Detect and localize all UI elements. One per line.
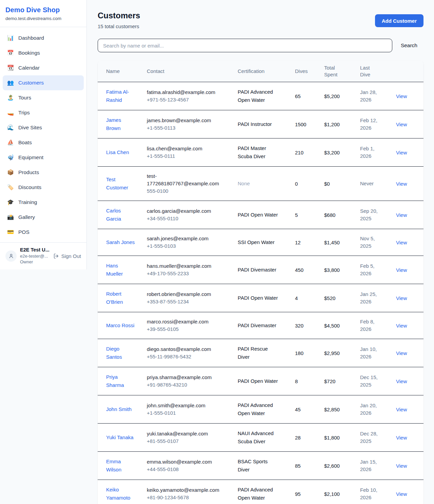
customer-certification: PADI Open Water [238,294,279,302]
customer-email: carlos.garcia@example.com [147,207,218,215]
customer-dives: 180 [295,339,324,367]
customer-name-link[interactable]: James Brown [106,116,136,132]
view-customer-link[interactable]: View [396,350,407,356]
sign-out-button[interactable]: Sign Out [53,253,81,259]
sidebar-item-gallery[interactable]: 📸 Gallery [3,210,84,225]
customer-name-link[interactable]: Diego Santos [106,345,136,361]
customer-dives: 12 [295,229,324,256]
sidebar-item-dashboard[interactable]: 📊 Dashboard [3,31,84,45]
column-header-certification: Certification [238,61,295,82]
customer-name-link[interactable]: Keiko Yamamoto [106,486,136,502]
sidebar-item-customers[interactable]: 👥 Customers [3,75,84,90]
view-customer-link[interactable]: View [396,212,407,218]
view-customer-link[interactable]: View [396,267,407,273]
customer-certification: PADI Instructor [238,120,279,128]
column-header-contact: Contact [147,61,238,82]
speedboat-icon: 🚤 [7,110,14,115]
view-customer-link[interactable]: View [396,240,407,245]
customer-dives: 320 [295,312,324,339]
camera-icon: 📸 [7,214,14,220]
customer-phone: +55-11-99876-5432 [147,353,235,360]
customer-last-dive: Dec 15, 2025 [360,374,381,389]
sidebar-item-label: Boats [18,139,32,146]
view-customer-link[interactable]: View [396,463,407,469]
customer-last-dive: Jan 10, 2026 [360,346,381,360]
customer-name-link[interactable]: Robert O'Brien [106,290,136,306]
add-customer-button[interactable]: Add Customer [375,14,423,27]
customer-total-spent: $1,800 [324,424,360,452]
customer-name-link[interactable]: Emma Wilson [106,458,136,474]
customer-certification: PADI Divemaster [238,321,279,330]
customer-last-dive: Jan 20, 2026 [360,402,381,417]
view-customer-link[interactable]: View [396,378,407,384]
customer-certification: PADI Advanced Open Water [238,88,279,104]
sign-out-label: Sign Out [61,253,81,259]
view-customer-link[interactable]: View [396,150,407,155]
customer-dives: 1500 [295,110,324,138]
customer-last-dive: Jan 28, 2026 [360,89,381,104]
view-customer-link[interactable]: View [396,323,407,329]
view-customer-link[interactable]: View [396,295,407,301]
view-customer-link[interactable]: View [396,122,407,127]
sidebar-item-equipment[interactable]: 🤿 Equipment [3,150,84,165]
sidebar-item-dive-sites[interactable]: 🌊 Dive Sites [3,120,84,135]
sidebar-item-products[interactable]: 📦 Products [3,165,84,180]
customer-count: 15 total customers [98,23,140,29]
sidebar-item-tours[interactable]: 🏝️ Tours [3,90,84,105]
table-row: Hans Mueller hans.mueller@example.com +4… [98,256,423,284]
table-row: Diego Santos diego.santos@example.com +5… [98,339,423,367]
customer-last-dive: Jan 15, 2026 [360,458,381,473]
table-row: Lisa Chen lisa.chen@example.com +1-555-0… [98,138,423,167]
customer-last-dive: Sep 20, 2025 [360,207,381,222]
sidebar-item-calendar[interactable]: 📆 Calendar [3,60,84,75]
sidebar-item-pos[interactable]: 💳 POS [3,225,84,240]
customer-name-link[interactable]: Carlos Garcia [106,207,136,223]
person-icon [8,253,14,259]
customer-name-link[interactable]: Fatima Al-Rashid [106,88,136,104]
customer-name-link[interactable]: Yuki Tanaka [106,433,134,442]
sidebar-item-bookings[interactable]: 📅 Bookings [3,45,84,60]
customer-total-spent: $2,600 [324,452,360,480]
customer-name-link[interactable]: John Smith [106,405,132,413]
customer-total-spent: $5,200 [324,82,360,110]
view-customer-link[interactable]: View [396,435,407,441]
view-customer-link[interactable]: View [396,181,407,187]
view-customer-link[interactable]: View [396,407,407,412]
customer-name-link[interactable]: Test Customer [106,175,136,192]
table-row: Keiko Yamamoto keiko.yamamoto@example.co… [98,480,423,504]
customer-email: robert.obrien@example.com [147,291,218,298]
customer-dives: 65 [295,82,324,110]
table-row: Yuki Tanaka yuki.tanaka@example.com +81-… [98,424,423,452]
customer-total-spent: $2,100 [324,480,360,504]
sidebar-item-discounts[interactable]: 🏷️ Discounts [3,180,84,195]
sidebar-item-boats[interactable]: ⛵ Boats [3,135,84,150]
sidebar-item-training[interactable]: 🎓 Training [3,195,84,210]
customer-phone: +1-555-0113 [147,124,235,132]
shop-name: Demo Dive Shop [5,6,81,14]
sidebar-item-label: Equipment [18,154,43,161]
customer-dives: 45 [295,395,324,424]
view-customer-link[interactable]: View [396,491,407,497]
user-section: E2E Test U... e2e-tester@... Owner Sign … [0,242,86,269]
customer-email: keiko.yamamoto@example.com [147,486,218,494]
table-header-row: Name Contact Certification Dives Total S… [98,61,423,82]
search-input[interactable] [98,39,392,52]
tag-icon: 🏷️ [7,185,14,190]
page-header: Customers 15 total customers Add Custome… [98,11,423,29]
customer-name-link[interactable]: Hans Mueller [106,262,136,278]
customer-name-link[interactable]: Priya Sharma [106,373,136,389]
view-customer-link[interactable]: View [396,93,407,99]
wave-icon: 🌊 [7,125,14,130]
sidebar-item-trips[interactable]: 🚤 Trips [3,105,84,120]
sidebar-item-label: Training [18,199,37,205]
sidebar-nav: 📊 Dashboard 📅 Bookings 📆 Calendar 👥 Cust… [0,27,86,242]
customer-name-link[interactable]: Sarah Jones [106,238,135,246]
tearoff-calendar-icon: 📆 [7,65,14,71]
customer-name-link[interactable]: Marco Rossi [106,321,134,330]
customer-phone: +91-98765-43210 [147,381,235,389]
sidebar-header: Demo Dive Shop demo.test.divestreams.com [0,0,86,27]
customer-email: fatima.alrashid@example.com [147,89,218,96]
customer-certification: NAUI Advanced Scuba Diver [238,429,279,446]
search-button[interactable]: Search [401,42,417,49]
customer-name-link[interactable]: Lisa Chen [106,148,129,156]
